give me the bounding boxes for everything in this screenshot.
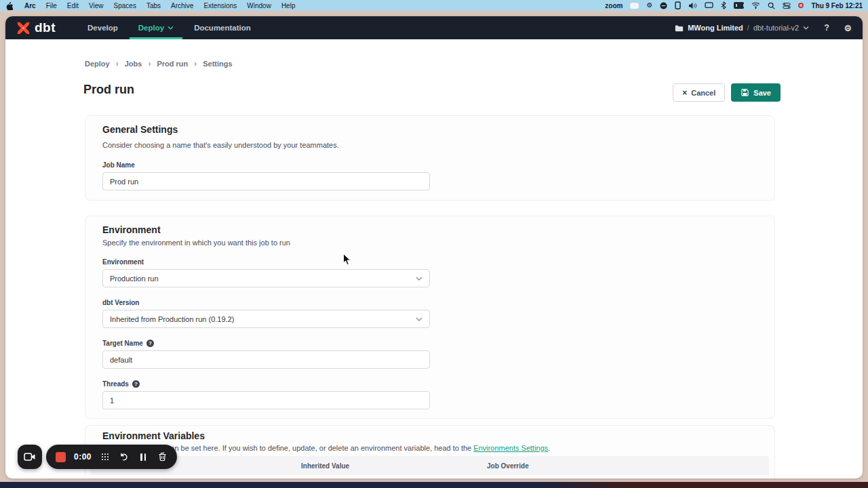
recorder-pill: 0:00 [46,445,177,469]
menubar-item-window[interactable]: Window [247,2,271,9]
bluetooth-icon[interactable] [721,1,726,9]
target-name-label: Target Name ? [102,340,154,347]
delete-recording-icon[interactable] [157,451,167,462]
chevron-down-icon [416,277,422,281]
macos-menubar: Arc File Edit View Spaces Tabs Archive E… [0,0,868,11]
chevron-down-icon [803,26,809,30]
menubar-item-file[interactable]: File [46,2,57,9]
dbt-navbar: dbt Develop Deploy Documentation MWong L… [5,16,863,39]
recording-indicator-icon[interactable] [798,1,804,9]
navbar-items: Develop Deploy Documentation [79,16,260,39]
browser-window: dbt Develop Deploy Documentation MWong L… [5,16,863,479]
target-name-help-icon[interactable]: ? [146,340,154,347]
breadcrumb-settings[interactable]: Settings [203,60,232,68]
menubar-item-archive[interactable]: Archive [171,2,193,9]
environment-card: Environment Specify the environment in w… [85,216,775,419]
general-settings-card: General Settings Consider choosing a nam… [85,115,775,201]
pause-recording-icon[interactable] [138,451,149,462]
breadcrumb-prod-run[interactable]: Prod run [157,60,188,68]
zoom-menu-item[interactable]: zoom [605,2,623,9]
nav-item-deploy[interactable]: Deploy [130,16,182,39]
environment-heading: Environment [102,224,161,235]
dbt-version-label: dbt Version [102,299,139,306]
save-floppy-icon [741,88,749,97]
menubar-item-extensions[interactable]: Extensions [203,2,237,9]
environment-select-value: Production run [110,274,159,283]
display-icon[interactable] [705,1,713,9]
title-actions: × Cancel Save [673,83,781,102]
restart-recording-icon[interactable] [119,451,130,462]
job-name-label: Job Name [102,161,135,169]
chevron-down-icon [416,317,422,321]
cancel-button[interactable]: × Cancel [673,83,725,102]
wifi-icon[interactable] [751,1,760,9]
dbt-logo[interactable]: dbt [16,16,56,39]
threads-input[interactable] [102,391,430,409]
account-name: MWong Limited [688,24,743,32]
close-icon: × [682,88,687,98]
spotlight-icon[interactable] [768,1,775,9]
menubar-left: Arc File Edit View Spaces Tabs Archive E… [5,1,295,10]
env-vars-description-period: . [548,444,550,452]
gear-icon[interactable]: ⚙ [844,23,852,33]
nav-item-documentation-label: Documentation [194,24,251,32]
menubar-item-tabs[interactable]: Tabs [146,2,161,9]
environment-description: Specify the environment in which you wan… [102,239,290,247]
save-button[interactable]: Save [731,83,781,102]
threads-label: Threads ? [102,380,140,388]
env-vars-col-job-override: Job Override [487,462,769,470]
target-name-label-text: Target Name [102,340,143,347]
menubar-item-view[interactable]: View [89,2,104,9]
volume-icon[interactable] [688,1,697,9]
breadcrumb: Deploy › Jobs › Prod run › Settings [85,59,233,68]
video-camera-icon [24,452,36,462]
menubar-item-spaces[interactable]: Spaces [114,2,136,9]
breadcrumb-separator-icon: › [194,59,197,68]
dbt-wordmark: dbt [35,20,56,35]
nav-item-documentation[interactable]: Documentation [185,16,260,39]
dbt-version-select-value: Inherited from Production run (0.19.2) [110,315,234,323]
camera-toggle-button[interactable] [18,445,42,469]
breadcrumb-separator-icon: › [116,59,119,68]
threads-help-icon[interactable]: ? [132,380,140,388]
account-project-switcher[interactable]: MWong Limited / dbt-tutorial-v2 [675,24,809,32]
target-name-input[interactable] [102,350,430,369]
job-name-input[interactable] [102,172,430,190]
control-center-icon[interactable] [783,1,791,9]
drag-handle-icon[interactable] [100,451,111,462]
nav-item-develop[interactable]: Develop [79,16,127,39]
recording-timer: 0:00 [74,452,92,462]
do-not-disturb-icon[interactable] [660,1,667,9]
environment-select-label: Environment [102,258,144,266]
screen-recorder-toolbar: 0:00 [18,445,177,469]
threads-label-text: Threads [102,380,129,388]
menubar-status-area: zoom ⚙ Thu 9 Feb 12:21 [605,1,863,9]
menubar-item-edit[interactable]: Edit [67,2,79,9]
apple-menu-icon[interactable] [5,1,13,10]
environment-select[interactable]: Production run [102,269,430,287]
nav-item-develop-label: Develop [87,24,118,32]
stop-recording-button[interactable] [56,452,66,462]
screenshare-icon[interactable] [630,1,639,9]
menubar-item-help[interactable]: Help [281,2,296,9]
environment-variables-heading: Environment Variables [102,430,205,441]
keyboard-layout-icon[interactable] [734,1,744,9]
menubar-clock[interactable]: Thu 9 Feb 12:21 [811,2,863,9]
navbar-right: MWong Limited / dbt-tutorial-v2 ? ⚙ [675,16,852,39]
settings-menu-icon[interactable]: ⚙ [646,1,652,9]
menubar-app-name[interactable]: Arc [24,2,36,9]
general-settings-description: Consider choosing a name that's easily u… [102,141,339,149]
folder-icon [675,24,684,32]
page-title: Prod run [83,83,134,97]
environments-settings-link[interactable]: Environments Settings [473,444,548,452]
help-icon[interactable]: ? [824,23,829,33]
nav-item-deploy-label: Deploy [138,24,164,32]
breadcrumb-jobs[interactable]: Jobs [125,60,142,68]
dbt-logo-icon [16,21,31,35]
dbt-version-select[interactable]: Inherited from Production run (0.19.2) [102,310,430,328]
cancel-button-label: Cancel [691,89,715,97]
sidecar-icon[interactable] [675,1,681,9]
job-name-label-text: Job Name [102,161,135,169]
env-vars-col-inherited-value: Inherited Value [301,462,487,470]
breadcrumb-deploy[interactable]: Deploy [85,60,110,68]
